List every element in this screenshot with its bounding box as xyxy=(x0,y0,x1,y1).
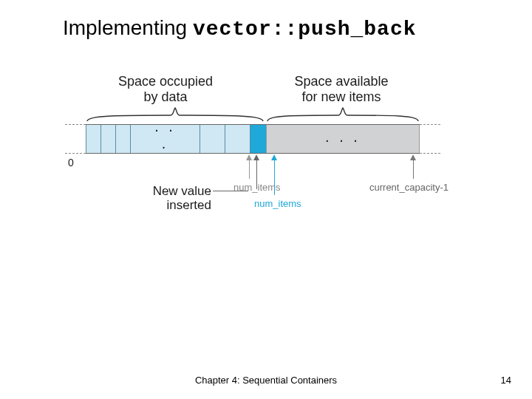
dots-avail: . . . xyxy=(325,129,361,146)
index-zero: 0 xyxy=(68,157,74,168)
label-space-occupied-l1: Space occupied xyxy=(118,74,213,89)
label-space-available: Space available for new items xyxy=(275,74,408,104)
vector-diagram: Space occupied by data Space available f… xyxy=(86,74,420,236)
label-space-available-l2: for new items xyxy=(301,89,381,104)
arrow-cap-head xyxy=(410,154,416,160)
cell-n2 xyxy=(200,125,225,153)
title-plain: Implementing xyxy=(63,16,193,39)
cell-dots-data: . . . xyxy=(130,125,200,153)
label-space-occupied-l2: by data xyxy=(143,89,187,104)
dots-text: . . . xyxy=(148,118,183,152)
label-space-available-l1: Space available xyxy=(294,74,388,89)
cell-1 xyxy=(100,125,115,153)
arrow-numnew-head xyxy=(271,154,277,160)
footer-page-number: 14 xyxy=(501,375,511,386)
label-space-occupied: Space occupied by data xyxy=(99,74,232,104)
arrow-numnew-stem xyxy=(274,160,275,195)
cell-0 xyxy=(86,125,100,153)
arrow-new-head xyxy=(253,154,259,160)
cell-n1 xyxy=(225,125,250,153)
cell-2 xyxy=(115,125,130,153)
cell-inserted xyxy=(250,125,266,153)
label-new-value-l1: New value xyxy=(153,184,211,198)
dash-top-right xyxy=(420,124,440,125)
arrow-numold-head xyxy=(246,154,252,160)
dash-bot-right xyxy=(420,153,440,154)
label-new-value-l2: inserted xyxy=(167,198,211,212)
label-capacity: current_capacity-1 xyxy=(369,182,449,193)
label-new-value: New value inserted xyxy=(115,185,211,212)
cell-avail: . . . xyxy=(266,125,420,153)
arrow-numold-stem xyxy=(249,160,250,179)
brace-right xyxy=(266,106,420,123)
label-num-items-new: num_items xyxy=(254,198,301,209)
dash-bot-left xyxy=(65,153,86,154)
title-code: vector::push_back xyxy=(193,18,417,41)
dash-top-left xyxy=(65,124,86,125)
footer-chapter: Chapter 4: Sequential Containers xyxy=(0,375,532,386)
arrow-cap-stem xyxy=(413,160,414,179)
array-strip: . . . . . . xyxy=(86,124,420,154)
slide-title: Implementing vector::push_back xyxy=(63,16,417,41)
